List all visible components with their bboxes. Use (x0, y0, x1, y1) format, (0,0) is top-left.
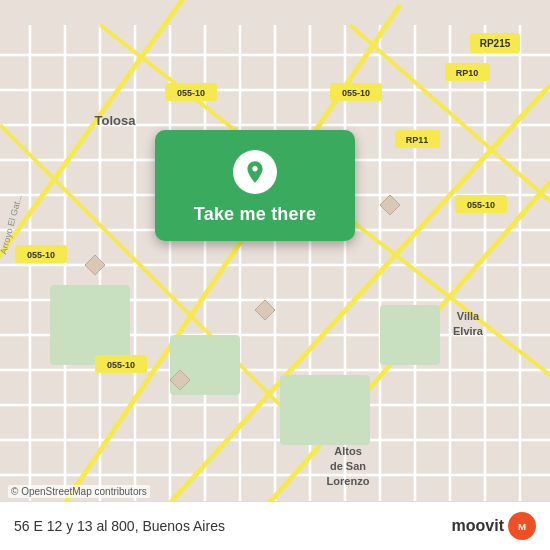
copyright-text: © OpenStreetMap contributors (8, 485, 150, 498)
bottom-bar: 56 E 12 y 13 al 800, Buenos Aires moovit… (0, 501, 550, 550)
svg-text:Elvira: Elvira (453, 325, 484, 337)
map-background: RP215 RP10 RP11 055-10 055-10 055-10 055… (0, 0, 550, 550)
svg-text:RP215: RP215 (480, 38, 511, 49)
svg-text:M: M (518, 521, 526, 532)
address-text: 56 E 12 y 13 al 800, Buenos Aires (14, 518, 225, 534)
take-me-there-button[interactable]: Take me there (155, 130, 355, 241)
svg-text:RP10: RP10 (456, 68, 479, 78)
take-me-there-label: Take me there (194, 204, 316, 225)
svg-text:055-10: 055-10 (27, 250, 55, 260)
svg-text:RP11: RP11 (406, 135, 429, 145)
location-icon-circle (233, 150, 277, 194)
svg-text:Altos: Altos (334, 445, 362, 457)
moovit-logo-icon: M (508, 512, 536, 540)
svg-text:de San: de San (330, 460, 366, 472)
svg-text:055-10: 055-10 (107, 360, 135, 370)
svg-rect-38 (280, 375, 370, 445)
svg-text:Villa: Villa (457, 310, 480, 322)
svg-text:055-10: 055-10 (177, 88, 205, 98)
svg-text:055-10: 055-10 (467, 200, 495, 210)
svg-text:055-10: 055-10 (342, 88, 370, 98)
svg-rect-36 (50, 285, 130, 365)
svg-text:Lorenzo: Lorenzo (327, 475, 370, 487)
moovit-logo: moovit M (452, 512, 536, 540)
svg-text:Tolosa: Tolosa (95, 113, 137, 128)
map-container: RP215 RP10 RP11 055-10 055-10 055-10 055… (0, 0, 550, 550)
svg-rect-39 (380, 305, 440, 365)
moovit-logo-text: moovit (452, 517, 504, 535)
location-pin-icon (242, 159, 268, 185)
